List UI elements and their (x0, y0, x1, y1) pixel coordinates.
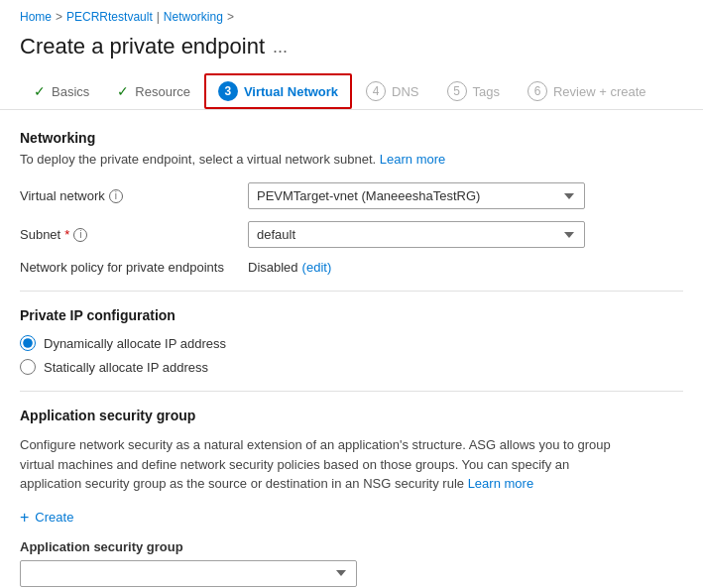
networking-learn-more-link[interactable]: Learn more (380, 152, 445, 167)
divider-2 (20, 391, 683, 392)
tab-vnet-num: 3 (218, 81, 238, 101)
create-asg-button[interactable]: + Create (20, 506, 73, 529)
static-ip-radio[interactable] (20, 359, 36, 375)
create-plus-icon: + (20, 510, 29, 526)
wizard-tabs: ✓ Basics ✓ Resource 3 Virtual Network 4 … (0, 73, 703, 110)
network-policy-label: Network policy for private endpoints (20, 260, 248, 275)
breadcrumb-sep2: > (227, 10, 234, 24)
breadcrumb-pipe: | (157, 10, 160, 24)
tab-tags[interactable]: 5 Tags (433, 73, 514, 109)
tab-review-num: 6 (527, 81, 547, 101)
divider-1 (20, 291, 683, 292)
tab-resource-label: Resource (135, 84, 190, 99)
create-asg-label: Create (35, 510, 73, 525)
network-policy-value: Disabled (edit) (248, 260, 331, 275)
subnet-required: * (64, 227, 69, 242)
breadcrumb-sep1: > (56, 10, 62, 24)
tab-resource-num: ✓ (117, 83, 129, 99)
virtual-network-control: PEVMTarget-vnet (ManeeeshaTestRG) (248, 182, 585, 209)
tab-review[interactable]: 6 Review + create (514, 73, 660, 109)
page-title-container: Create a private endpoint ... (0, 30, 703, 73)
networking-description: To deploy the private endpoint, select a… (20, 152, 683, 167)
subnet-row: Subnet * i default (20, 221, 683, 248)
page-ellipsis-menu[interactable]: ... (273, 37, 288, 58)
tab-vnet-label: Virtual Network (244, 84, 338, 99)
ip-config-radio-group: Dynamically allocate IP address Statical… (20, 335, 683, 375)
network-policy-edit-link[interactable]: (edit) (302, 260, 332, 275)
tab-tags-num: 5 (447, 81, 467, 101)
dynamic-ip-option[interactable]: Dynamically allocate IP address (20, 335, 683, 351)
app-security-learn-more[interactable]: Learn more (468, 476, 533, 491)
virtual-network-info-icon[interactable]: i (109, 189, 123, 203)
tab-tags-label: Tags (473, 84, 500, 99)
network-policy-status: Disabled (248, 260, 298, 275)
virtual-network-row: Virtual network i PEVMTarget-vnet (Manee… (20, 182, 683, 209)
tab-basics[interactable]: ✓ Basics (20, 75, 103, 107)
breadcrumb-vault[interactable]: PECRRtestvault (66, 10, 153, 24)
virtual-network-dropdown[interactable]: PEVMTarget-vnet (ManeeeshaTestRG) (248, 182, 585, 209)
private-ip-section-title: Private IP configuration (20, 307, 683, 323)
page-title: Create a private endpoint (20, 34, 265, 59)
subnet-label: Subnet * i (20, 227, 248, 242)
breadcrumb: Home > PECRRtestvault | Networking > (0, 0, 703, 30)
subnet-control: default (248, 221, 585, 248)
breadcrumb-section[interactable]: Networking (164, 10, 223, 24)
network-policy-row: Network policy for private endpoints Dis… (20, 260, 683, 275)
subnet-info-icon[interactable]: i (73, 228, 87, 242)
tab-basics-label: Basics (52, 84, 89, 99)
networking-section-title: Networking (20, 130, 683, 146)
dynamic-ip-radio[interactable] (20, 335, 36, 351)
app-security-section-title: Application security group (20, 408, 683, 423)
virtual-network-label: Virtual network i (20, 188, 248, 203)
tab-dns-label: DNS (392, 84, 418, 99)
main-content: Networking To deploy the private endpoin… (0, 130, 703, 587)
tab-virtual-network[interactable]: 3 Virtual Network (204, 73, 352, 109)
subnet-dropdown[interactable]: default (248, 221, 585, 248)
breadcrumb-home[interactable]: Home (20, 10, 52, 24)
app-security-group-dropdown[interactable] (20, 560, 357, 587)
tab-resource[interactable]: ✓ Resource (103, 75, 204, 107)
tab-basics-num: ✓ (34, 83, 46, 99)
static-ip-label: Statically allocate IP address (44, 360, 208, 375)
static-ip-option[interactable]: Statically allocate IP address (20, 359, 683, 375)
dynamic-ip-label: Dynamically allocate IP address (44, 336, 226, 351)
app-security-group-label: Application security group (20, 539, 683, 554)
tab-review-label: Review + create (553, 84, 646, 99)
tab-dns[interactable]: 4 DNS (352, 73, 432, 109)
app-security-description: Configure network security as a natural … (20, 435, 635, 494)
tab-dns-num: 4 (366, 81, 386, 101)
